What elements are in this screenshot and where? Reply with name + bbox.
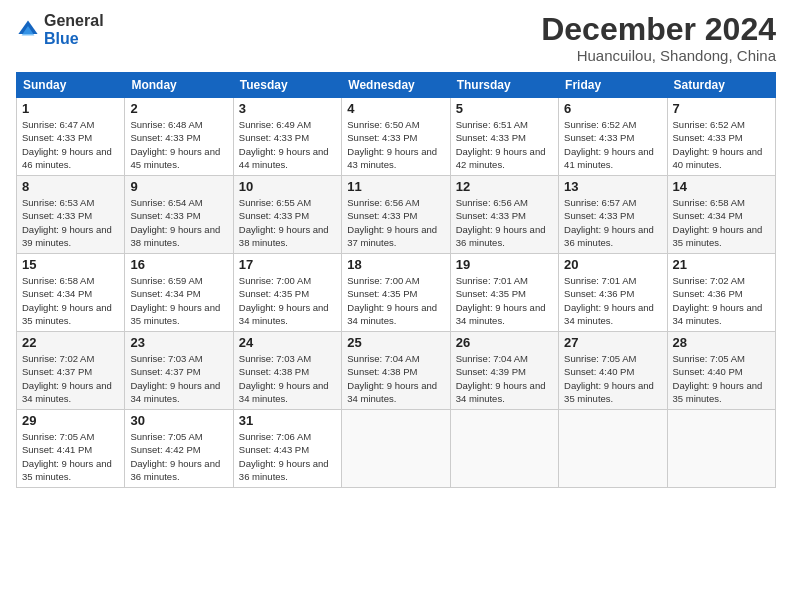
day-detail: Sunrise: 7:05 AMSunset: 4:42 PMDaylight:…: [130, 431, 220, 482]
calendar-cell: 14 Sunrise: 6:58 AMSunset: 4:34 PMDaylig…: [667, 176, 775, 254]
calendar-cell: 7 Sunrise: 6:52 AMSunset: 4:33 PMDayligh…: [667, 98, 775, 176]
calendar-cell: 5 Sunrise: 6:51 AMSunset: 4:33 PMDayligh…: [450, 98, 558, 176]
title-area: December 2024 Huancuilou, Shandong, Chin…: [541, 12, 776, 64]
calendar-week-1: 1 Sunrise: 6:47 AMSunset: 4:33 PMDayligh…: [17, 98, 776, 176]
day-detail: Sunrise: 6:58 AMSunset: 4:34 PMDaylight:…: [673, 197, 763, 248]
day-number: 28: [673, 335, 770, 350]
day-detail: Sunrise: 6:54 AMSunset: 4:33 PMDaylight:…: [130, 197, 220, 248]
header-wednesday: Wednesday: [342, 73, 450, 98]
calendar-cell: 27 Sunrise: 7:05 AMSunset: 4:40 PMDaylig…: [559, 332, 667, 410]
calendar-cell: 8 Sunrise: 6:53 AMSunset: 4:33 PMDayligh…: [17, 176, 125, 254]
day-number: 1: [22, 101, 119, 116]
day-number: 29: [22, 413, 119, 428]
calendar-cell: 31 Sunrise: 7:06 AMSunset: 4:43 PMDaylig…: [233, 410, 341, 488]
calendar-cell: 9 Sunrise: 6:54 AMSunset: 4:33 PMDayligh…: [125, 176, 233, 254]
day-detail: Sunrise: 7:03 AMSunset: 4:37 PMDaylight:…: [130, 353, 220, 404]
calendar-cell: 29 Sunrise: 7:05 AMSunset: 4:41 PMDaylig…: [17, 410, 125, 488]
calendar-week-2: 8 Sunrise: 6:53 AMSunset: 4:33 PMDayligh…: [17, 176, 776, 254]
calendar-cell: 21 Sunrise: 7:02 AMSunset: 4:36 PMDaylig…: [667, 254, 775, 332]
page-container: General Blue December 2024 Huancuilou, S…: [0, 0, 792, 496]
day-detail: Sunrise: 7:02 AMSunset: 4:36 PMDaylight:…: [673, 275, 763, 326]
day-detail: Sunrise: 6:48 AMSunset: 4:33 PMDaylight:…: [130, 119, 220, 170]
day-number: 14: [673, 179, 770, 194]
calendar-cell: 12 Sunrise: 6:56 AMSunset: 4:33 PMDaylig…: [450, 176, 558, 254]
day-number: 9: [130, 179, 227, 194]
day-detail: Sunrise: 6:56 AMSunset: 4:33 PMDaylight:…: [456, 197, 546, 248]
calendar-cell: 22 Sunrise: 7:02 AMSunset: 4:37 PMDaylig…: [17, 332, 125, 410]
day-number: 15: [22, 257, 119, 272]
calendar-cell: 11 Sunrise: 6:56 AMSunset: 4:33 PMDaylig…: [342, 176, 450, 254]
day-detail: Sunrise: 6:49 AMSunset: 4:33 PMDaylight:…: [239, 119, 329, 170]
calendar-cell: 26 Sunrise: 7:04 AMSunset: 4:39 PMDaylig…: [450, 332, 558, 410]
calendar-cell: [559, 410, 667, 488]
day-number: 13: [564, 179, 661, 194]
day-number: 22: [22, 335, 119, 350]
header-friday: Friday: [559, 73, 667, 98]
calendar-cell: [342, 410, 450, 488]
day-detail: Sunrise: 7:01 AMSunset: 4:35 PMDaylight:…: [456, 275, 546, 326]
calendar-cell: 17 Sunrise: 7:00 AMSunset: 4:35 PMDaylig…: [233, 254, 341, 332]
day-number: 5: [456, 101, 553, 116]
day-detail: Sunrise: 7:04 AMSunset: 4:39 PMDaylight:…: [456, 353, 546, 404]
calendar-cell: 2 Sunrise: 6:48 AMSunset: 4:33 PMDayligh…: [125, 98, 233, 176]
header-saturday: Saturday: [667, 73, 775, 98]
day-number: 18: [347, 257, 444, 272]
day-detail: Sunrise: 7:00 AMSunset: 4:35 PMDaylight:…: [239, 275, 329, 326]
header-sunday: Sunday: [17, 73, 125, 98]
day-number: 21: [673, 257, 770, 272]
subtitle: Huancuilou, Shandong, China: [541, 47, 776, 64]
logo-icon: [16, 18, 40, 42]
logo-general: General: [44, 12, 104, 29]
day-detail: Sunrise: 6:53 AMSunset: 4:33 PMDaylight:…: [22, 197, 112, 248]
header-monday: Monday: [125, 73, 233, 98]
day-detail: Sunrise: 7:04 AMSunset: 4:38 PMDaylight:…: [347, 353, 437, 404]
day-detail: Sunrise: 6:50 AMSunset: 4:33 PMDaylight:…: [347, 119, 437, 170]
day-number: 20: [564, 257, 661, 272]
calendar-cell: 15 Sunrise: 6:58 AMSunset: 4:34 PMDaylig…: [17, 254, 125, 332]
day-number: 2: [130, 101, 227, 116]
day-detail: Sunrise: 7:06 AMSunset: 4:43 PMDaylight:…: [239, 431, 329, 482]
day-detail: Sunrise: 7:05 AMSunset: 4:41 PMDaylight:…: [22, 431, 112, 482]
day-number: 3: [239, 101, 336, 116]
calendar-cell: 23 Sunrise: 7:03 AMSunset: 4:37 PMDaylig…: [125, 332, 233, 410]
day-detail: Sunrise: 6:51 AMSunset: 4:33 PMDaylight:…: [456, 119, 546, 170]
day-number: 25: [347, 335, 444, 350]
header: General Blue December 2024 Huancuilou, S…: [16, 12, 776, 64]
calendar-cell: 1 Sunrise: 6:47 AMSunset: 4:33 PMDayligh…: [17, 98, 125, 176]
logo-text: General Blue: [44, 12, 104, 48]
calendar-cell: [450, 410, 558, 488]
day-detail: Sunrise: 6:56 AMSunset: 4:33 PMDaylight:…: [347, 197, 437, 248]
logo: General Blue: [16, 12, 104, 48]
day-number: 31: [239, 413, 336, 428]
calendar-cell: 18 Sunrise: 7:00 AMSunset: 4:35 PMDaylig…: [342, 254, 450, 332]
day-detail: Sunrise: 6:57 AMSunset: 4:33 PMDaylight:…: [564, 197, 654, 248]
day-number: 19: [456, 257, 553, 272]
day-number: 23: [130, 335, 227, 350]
calendar-cell: 20 Sunrise: 7:01 AMSunset: 4:36 PMDaylig…: [559, 254, 667, 332]
day-detail: Sunrise: 6:58 AMSunset: 4:34 PMDaylight:…: [22, 275, 112, 326]
day-detail: Sunrise: 7:05 AMSunset: 4:40 PMDaylight:…: [673, 353, 763, 404]
calendar-cell: 4 Sunrise: 6:50 AMSunset: 4:33 PMDayligh…: [342, 98, 450, 176]
day-number: 27: [564, 335, 661, 350]
header-thursday: Thursday: [450, 73, 558, 98]
calendar-cell: 6 Sunrise: 6:52 AMSunset: 4:33 PMDayligh…: [559, 98, 667, 176]
calendar: Sunday Monday Tuesday Wednesday Thursday…: [16, 72, 776, 488]
main-title: December 2024: [541, 12, 776, 47]
calendar-cell: 10 Sunrise: 6:55 AMSunset: 4:33 PMDaylig…: [233, 176, 341, 254]
calendar-week-5: 29 Sunrise: 7:05 AMSunset: 4:41 PMDaylig…: [17, 410, 776, 488]
day-number: 17: [239, 257, 336, 272]
day-detail: Sunrise: 6:52 AMSunset: 4:33 PMDaylight:…: [673, 119, 763, 170]
header-tuesday: Tuesday: [233, 73, 341, 98]
day-number: 30: [130, 413, 227, 428]
calendar-cell: 28 Sunrise: 7:05 AMSunset: 4:40 PMDaylig…: [667, 332, 775, 410]
day-number: 8: [22, 179, 119, 194]
calendar-header-row: Sunday Monday Tuesday Wednesday Thursday…: [17, 73, 776, 98]
calendar-cell: 24 Sunrise: 7:03 AMSunset: 4:38 PMDaylig…: [233, 332, 341, 410]
day-number: 7: [673, 101, 770, 116]
day-detail: Sunrise: 6:47 AMSunset: 4:33 PMDaylight:…: [22, 119, 112, 170]
calendar-cell: 25 Sunrise: 7:04 AMSunset: 4:38 PMDaylig…: [342, 332, 450, 410]
day-detail: Sunrise: 7:03 AMSunset: 4:38 PMDaylight:…: [239, 353, 329, 404]
day-detail: Sunrise: 6:55 AMSunset: 4:33 PMDaylight:…: [239, 197, 329, 248]
day-number: 26: [456, 335, 553, 350]
calendar-cell: 16 Sunrise: 6:59 AMSunset: 4:34 PMDaylig…: [125, 254, 233, 332]
